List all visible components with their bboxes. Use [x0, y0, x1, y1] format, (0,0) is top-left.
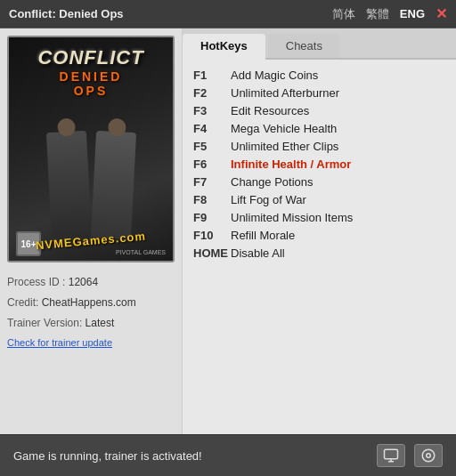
- close-button[interactable]: ✕: [436, 5, 447, 22]
- process-id-value: 12064: [69, 276, 98, 288]
- hotkey-description: Mega Vehicle Health: [231, 122, 337, 135]
- svg-point-3: [422, 449, 435, 462]
- lang-simplified-button[interactable]: 简体: [332, 6, 355, 22]
- hotkey-row: F2Unlimited Afterburner: [193, 86, 445, 100]
- game-title-conflict: CONFLICT: [37, 48, 143, 68]
- tab-cheats[interactable]: Cheats: [268, 34, 340, 58]
- svg-rect-0: [385, 449, 398, 459]
- hotkey-row: F4Mega Vehicle Health: [193, 122, 445, 135]
- left-panel: CONFLICT DENIED OPS 16+ NVMEGames.com PI…: [0, 28, 183, 434]
- trainer-version-row: Trainer Version: Latest: [7, 316, 175, 331]
- bottom-icon-group: [377, 444, 443, 467]
- hotkey-description: Refill Morale: [231, 229, 295, 242]
- lang-traditional-button[interactable]: 繁體: [366, 6, 389, 22]
- hotkey-row: HOMEDisable All: [193, 246, 445, 260]
- hotkey-key: F8: [193, 193, 231, 206]
- svg-point-4: [427, 454, 431, 458]
- credit-row: Credit: CheatHappens.com: [7, 295, 175, 311]
- update-link-row[interactable]: Check for trainer update: [7, 335, 175, 351]
- hotkey-description: Unlimited Afterburner: [231, 86, 339, 100]
- hotkey-row: F6Infinite Health / Armor: [193, 157, 445, 171]
- hotkey-description: Edit Resources: [231, 104, 309, 117]
- hotkey-row: F1Add Magic Coins: [193, 69, 445, 82]
- bottom-bar: Game is running, trainer is activated!: [0, 434, 456, 476]
- hotkey-key: F10: [193, 229, 231, 242]
- right-panel: HotKeys Cheats F1Add Magic CoinsF2Unlimi…: [183, 28, 456, 434]
- hotkey-description: Lift Fog of War: [231, 193, 306, 206]
- hotkey-key: F2: [193, 86, 231, 100]
- hotkey-description: Unlimited Mission Items: [231, 211, 353, 224]
- tab-hotkeys[interactable]: HotKeys: [183, 34, 265, 60]
- hotkey-key: F9: [193, 211, 231, 224]
- info-section: Process ID : 12064 Credit: CheatHappens.…: [7, 271, 175, 359]
- character-figure-left: [45, 131, 91, 239]
- hotkey-key: F4: [193, 122, 231, 135]
- hotkey-key: HOME: [193, 246, 231, 260]
- lang-english-button[interactable]: ENG: [400, 7, 425, 20]
- status-message: Game is running, trainer is activated!: [13, 449, 202, 463]
- process-id-row: Process ID : 12064: [7, 275, 175, 290]
- hotkey-description: Unlimited Ether Clips: [231, 140, 338, 153]
- hotkeys-panel: F1Add Magic CoinsF2Unlimited Afterburner…: [183, 60, 456, 434]
- game-cover-image: CONFLICT DENIED OPS 16+ NVMEGames.com PI…: [7, 36, 175, 262]
- character-figure-right: [90, 131, 135, 239]
- hotkey-row: F10Refill Morale: [193, 229, 445, 242]
- hotkey-key: F3: [193, 104, 231, 117]
- monitor-icon: [383, 448, 399, 464]
- hotkey-description: Disable All: [231, 246, 285, 260]
- app-title: Conflict: Denied Ops: [9, 7, 124, 20]
- game-title-denied: DENIED: [37, 69, 143, 84]
- trainer-version-value: Latest: [86, 317, 115, 329]
- hotkey-key: F1: [193, 69, 231, 82]
- hotkey-description: Change Potions: [231, 175, 314, 189]
- tab-bar: HotKeys Cheats: [183, 28, 456, 60]
- music-icon-button[interactable]: [414, 444, 443, 467]
- hotkey-row: F7Change Potions: [193, 175, 445, 189]
- music-icon: [420, 448, 436, 464]
- developer-logo: PIVOTAL GAMES: [116, 249, 166, 255]
- titlebar-controls: 简体 繁體 ENG ✕: [332, 5, 447, 22]
- credit-value: CheatHappens.com: [42, 296, 136, 309]
- trainer-version-label: Trainer Version:: [7, 317, 82, 329]
- hotkey-row: F9Unlimited Mission Items: [193, 211, 445, 224]
- monitor-icon-button[interactable]: [377, 444, 405, 467]
- title-bar: Conflict: Denied Ops 简体 繁體 ENG ✕: [0, 0, 456, 28]
- hotkey-key: F6: [193, 157, 231, 171]
- character-figures: [9, 96, 173, 238]
- hotkey-description: Add Magic Coins: [231, 69, 318, 82]
- hotkey-row: F3Edit Resources: [193, 104, 445, 117]
- update-link[interactable]: Check for trainer update: [7, 337, 112, 348]
- process-id-label: Process ID :: [7, 276, 65, 288]
- credit-label: Credit:: [7, 296, 38, 309]
- hotkey-row: F5Unlimited Ether Clips: [193, 140, 445, 153]
- main-content: CONFLICT DENIED OPS 16+ NVMEGames.com PI…: [0, 28, 456, 434]
- hotkey-description: Infinite Health / Armor: [231, 157, 351, 171]
- hotkey-key: F5: [193, 140, 231, 153]
- game-title-graphic: CONFLICT DENIED OPS: [37, 48, 143, 98]
- hotkey-row: F8Lift Fog of War: [193, 193, 445, 206]
- hotkey-key: F7: [193, 175, 231, 189]
